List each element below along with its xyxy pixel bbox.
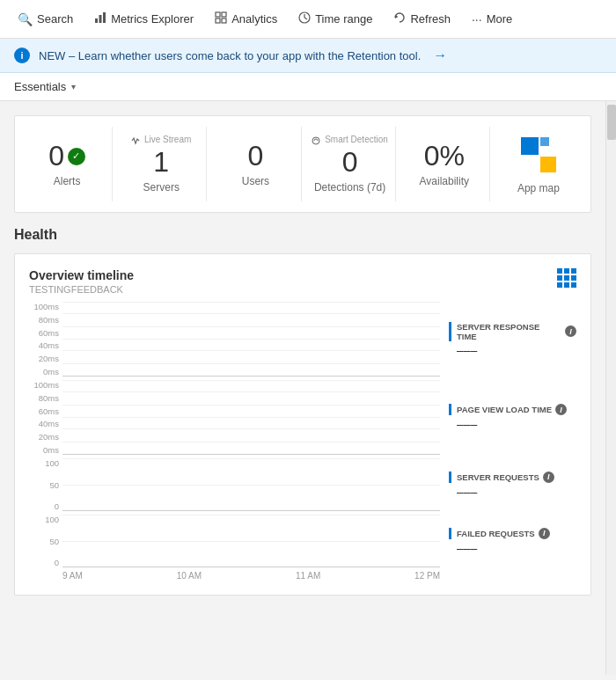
info-icon: i bbox=[555, 404, 567, 415]
y-label: 60ms bbox=[29, 328, 59, 338]
y-label: 100ms bbox=[29, 302, 59, 311]
svg-rect-1 bbox=[99, 15, 102, 23]
y-label: 0 bbox=[29, 501, 59, 511]
svg-rect-0 bbox=[95, 18, 98, 23]
y-label: 60ms bbox=[29, 406, 59, 416]
search-label: Search bbox=[37, 12, 73, 26]
server-requests-label: SERVER REQUESTS i bbox=[449, 472, 576, 483]
notification-banner: i NEW – Learn whether users come back to… bbox=[0, 39, 616, 73]
users-card[interactable]: 0 Users bbox=[210, 127, 301, 201]
y-label: 100 bbox=[29, 458, 59, 468]
refresh-icon bbox=[393, 11, 406, 26]
chart-subtitle: TESTINGFEEDBACK bbox=[29, 284, 134, 295]
availability-label: Availability bbox=[420, 175, 469, 187]
svg-marker-10 bbox=[395, 15, 399, 18]
info-icon: i bbox=[539, 528, 550, 539]
metrics-row: 0 ✓ Alerts Live Stream 1 Servers 0 bbox=[14, 115, 591, 213]
refresh-button[interactable]: Refresh bbox=[383, 0, 461, 38]
app-map-label: App map bbox=[517, 182, 560, 194]
app-map-card[interactable]: App map bbox=[494, 127, 583, 201]
info-icon: i bbox=[543, 472, 554, 483]
servers-label: Servers bbox=[143, 181, 180, 194]
scrollbar-track[interactable] bbox=[605, 101, 616, 675]
alerts-card[interactable]: 0 ✓ Alerts bbox=[22, 127, 113, 201]
notification-text: NEW – Learn whether users come back to y… bbox=[39, 49, 421, 62]
page-view-label: PAGE VIEW LOAD TIME i bbox=[449, 404, 576, 415]
notification-arrow-icon[interactable]: → bbox=[433, 48, 447, 63]
grid-view-icon[interactable] bbox=[557, 268, 576, 288]
servers-sublabel: Live Stream bbox=[131, 135, 191, 144]
health-title: Health bbox=[14, 227, 591, 243]
chart-title: Overview timeline bbox=[29, 268, 134, 282]
info-icon: i bbox=[565, 325, 576, 337]
failed-requests-label: FAILED REQUESTS i bbox=[449, 528, 576, 539]
time-range-button[interactable]: Time range bbox=[288, 0, 383, 38]
y-label: 80ms bbox=[29, 393, 59, 403]
svg-line-9 bbox=[304, 18, 307, 19]
page-view-value: ––– bbox=[449, 417, 576, 431]
server-response-label: SERVER RESPONSE TIME i bbox=[449, 322, 576, 341]
metrics-explorer-button[interactable]: Metrics Explorer bbox=[84, 0, 204, 38]
y-label: 0 bbox=[29, 558, 59, 567]
chart-card: Overview timeline TESTINGFEEDBACK 100ms … bbox=[14, 253, 591, 596]
detections-label: Detections (7d) bbox=[314, 181, 385, 194]
detections-card[interactable]: Smart Detection 0 Detections (7d) bbox=[305, 127, 396, 201]
detections-value: 0 bbox=[342, 147, 358, 178]
y-label: 50 bbox=[29, 537, 59, 546]
time-range-label: Time range bbox=[315, 12, 372, 26]
analytics-button[interactable]: Analytics bbox=[204, 0, 288, 38]
info-icon: i bbox=[14, 48, 30, 63]
svg-rect-14 bbox=[540, 137, 549, 146]
essentials-label: Essentials bbox=[14, 80, 66, 93]
search-button[interactable]: 🔍 Search bbox=[7, 0, 84, 38]
check-icon: ✓ bbox=[68, 148, 85, 165]
svg-rect-12 bbox=[521, 137, 539, 155]
detections-sublabel: Smart Detection bbox=[312, 135, 387, 144]
svg-rect-5 bbox=[216, 18, 220, 23]
availability-card[interactable]: 0% Availability bbox=[400, 127, 490, 201]
svg-rect-13 bbox=[540, 157, 556, 172]
toolbar: 🔍 Search Metrics Explorer Analytics bbox=[0, 0, 616, 39]
y-label: 0ms bbox=[29, 367, 59, 377]
analytics-icon bbox=[215, 11, 227, 26]
essentials-chevron-icon[interactable]: ▾ bbox=[71, 82, 76, 91]
failed-requests-value: ––– bbox=[449, 541, 576, 555]
y-label: 100 bbox=[29, 515, 59, 524]
users-value: 0 bbox=[248, 141, 264, 172]
x-axis-labels: 9 AM 10 AM 11 AM 12 PM bbox=[29, 571, 576, 581]
users-label: Users bbox=[242, 175, 269, 187]
server-response-value: ––– bbox=[449, 343, 576, 357]
servers-card[interactable]: Live Stream 1 Servers bbox=[116, 127, 207, 201]
svg-rect-6 bbox=[222, 18, 226, 23]
x-label: 9 AM bbox=[62, 571, 83, 581]
main-content: 0 ✓ Alerts Live Stream 1 Servers 0 bbox=[0, 101, 605, 675]
x-label: 12 PM bbox=[414, 571, 440, 581]
x-label: 11 AM bbox=[296, 571, 320, 581]
y-label: 20ms bbox=[29, 432, 59, 442]
clock-icon bbox=[298, 11, 311, 26]
availability-value: 0% bbox=[424, 141, 465, 172]
search-icon: 🔍 bbox=[18, 12, 33, 26]
scrollbar-thumb[interactable] bbox=[607, 105, 616, 140]
svg-rect-2 bbox=[103, 12, 106, 23]
x-label: 10 AM bbox=[177, 571, 202, 581]
alerts-value: 0 ✓ bbox=[48, 141, 85, 172]
app-map-icon bbox=[517, 134, 560, 179]
analytics-label: Analytics bbox=[231, 12, 277, 26]
y-label: 80ms bbox=[29, 315, 59, 325]
y-label: 40ms bbox=[29, 419, 59, 428]
servers-value: 1 bbox=[153, 147, 169, 178]
y-label: 50 bbox=[29, 480, 59, 490]
more-button[interactable]: ··· More bbox=[461, 0, 523, 38]
svg-rect-4 bbox=[222, 12, 226, 17]
essentials-bar: Essentials ▾ bbox=[0, 73, 616, 101]
chart-header: Overview timeline TESTINGFEEDBACK bbox=[29, 268, 576, 295]
svg-point-11 bbox=[312, 137, 319, 144]
svg-rect-3 bbox=[216, 12, 220, 17]
refresh-label: Refresh bbox=[410, 12, 451, 26]
y-label: 20ms bbox=[29, 354, 59, 363]
server-requests-value: ––– bbox=[449, 485, 576, 499]
y-label: 40ms bbox=[29, 340, 59, 350]
metrics-label: Metrics Explorer bbox=[111, 12, 194, 26]
y-label: 0ms bbox=[29, 445, 59, 455]
